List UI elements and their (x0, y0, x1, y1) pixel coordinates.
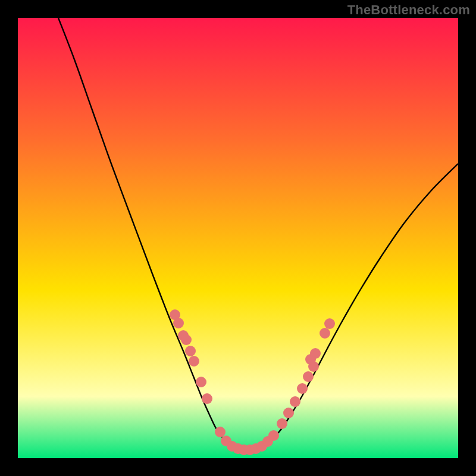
gradient-background (18, 18, 458, 458)
chart-svg (18, 18, 458, 458)
scatter-dot (303, 371, 314, 382)
scatter-dot (196, 377, 206, 387)
scatter-dot (290, 396, 300, 407)
scatter-dot (324, 318, 335, 329)
scatter-dot (283, 408, 294, 418)
scatter-dot (268, 430, 279, 441)
scatter-dot (185, 346, 196, 356)
scatter-dot (297, 383, 308, 394)
scatter-dot (310, 348, 321, 359)
scatter-dot (277, 418, 287, 429)
chart-container: TheBottleneck.com (0, 0, 476, 476)
scatter-dot (320, 328, 330, 339)
scatter-dot (173, 318, 184, 328)
scatter-dot (189, 356, 199, 367)
plot-area (18, 18, 458, 458)
scatter-dot (215, 427, 226, 437)
scatter-dot (181, 334, 192, 345)
scatter-dot (202, 393, 212, 404)
watermark-label: TheBottleneck.com (347, 2, 470, 18)
